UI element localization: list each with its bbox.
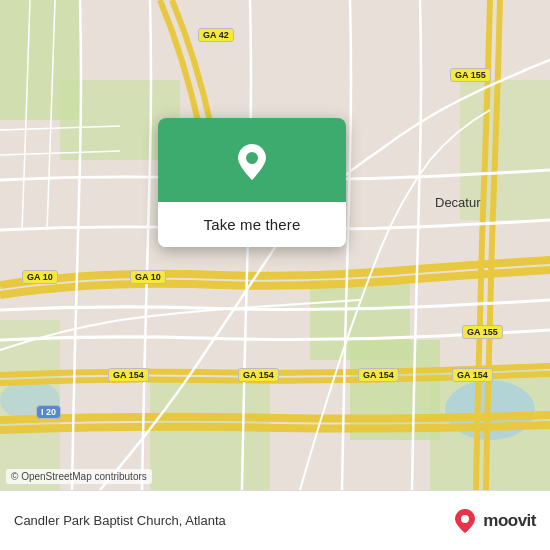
popup-tail <box>242 246 262 247</box>
svg-rect-7 <box>150 380 270 490</box>
road-badge-ga155-bot: GA 155 <box>462 325 503 339</box>
bottom-bar: Candler Park Baptist Church, Atlanta moo… <box>0 490 550 550</box>
road-badge-ga42: GA 42 <box>198 28 234 42</box>
road-badge-i20: I 20 <box>36 405 61 419</box>
location-pin-icon <box>230 140 274 184</box>
svg-point-11 <box>246 152 258 164</box>
road-badge-ga154-right: GA 154 <box>358 368 399 382</box>
take-me-there-button[interactable]: Take me there <box>158 202 346 247</box>
road-badge-ga10-mid: GA 10 <box>130 270 166 284</box>
road-badge-ga154-mid: GA 154 <box>238 368 279 382</box>
moovit-pin-icon <box>451 507 479 535</box>
svg-rect-8 <box>460 80 550 220</box>
road-badge-ga154-far: GA 154 <box>452 368 493 382</box>
road-badge-ga154-left: GA 154 <box>108 368 149 382</box>
osm-credit: © OpenStreetMap contributors <box>6 469 152 484</box>
moovit-logo: moovit <box>451 507 536 535</box>
popup-card: Take me there <box>158 118 346 247</box>
moovit-text: moovit <box>483 511 536 531</box>
location-text: Candler Park Baptist Church, Atlanta <box>14 513 226 528</box>
map-container: GA 42 GA 155 GA 10 GA 10 GA 154 GA 154 G… <box>0 0 550 490</box>
popup-green-area <box>158 118 346 202</box>
road-badge-ga155-top: GA 155 <box>450 68 491 82</box>
svg-point-12 <box>461 515 469 523</box>
road-badge-ga10-left: GA 10 <box>22 270 58 284</box>
